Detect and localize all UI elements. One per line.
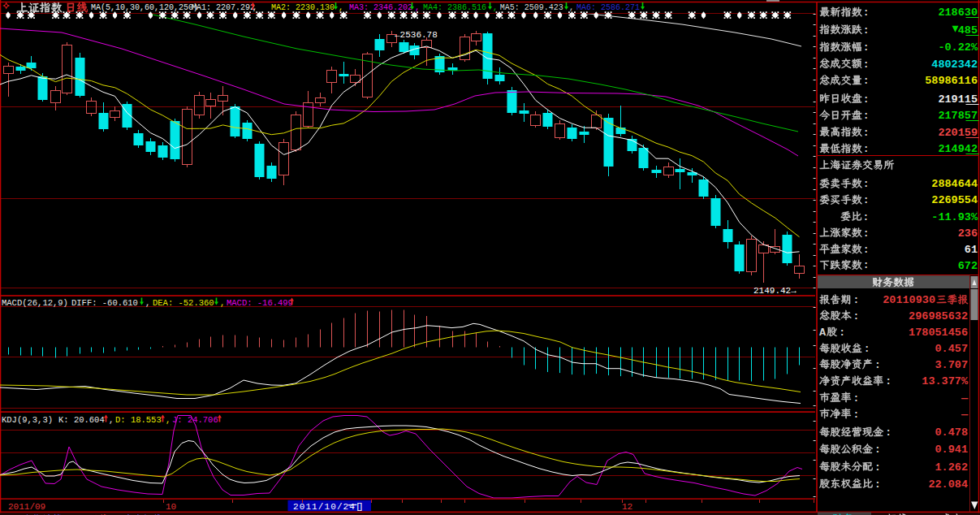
svg-text::: :	[863, 259, 870, 271]
svg-text::: :	[874, 359, 881, 371]
svg-text::: :	[885, 375, 891, 387]
svg-text::: :	[863, 41, 870, 54]
svg-text:K: 20.604: K: 20.604	[58, 415, 105, 425]
svg-text:10: 10	[166, 502, 176, 512]
svg-text::: :	[863, 6, 870, 19]
svg-text:3.707: 3.707	[935, 359, 968, 371]
svg-text:12: 12	[622, 502, 632, 512]
svg-text::: :	[863, 143, 870, 155]
svg-text:,: ,	[109, 415, 114, 425]
svg-text:2884644: 2884644	[931, 178, 978, 190]
svg-text:58986116: 58986116	[925, 75, 978, 87]
svg-text:2011/09: 2011/09	[8, 502, 45, 512]
svg-text:—: —	[961, 409, 969, 421]
svg-text:220159: 220159	[938, 127, 978, 139]
svg-text::: :	[874, 461, 881, 474]
svg-text::: :	[863, 227, 870, 240]
svg-text:MA3: 2346.202: MA3: 2346.202	[349, 3, 412, 12]
svg-text:218630: 218630	[938, 6, 978, 19]
svg-text:2149.42→: 2149.42→	[753, 286, 797, 296]
svg-text:—: —	[961, 392, 969, 405]
svg-text:0.941: 0.941	[935, 444, 968, 456]
svg-text:178051456: 178051456	[909, 327, 968, 339]
svg-text:2269554: 2269554	[931, 194, 978, 206]
svg-text::: :	[853, 409, 860, 421]
svg-text:219115: 219115	[938, 93, 978, 106]
svg-text:A: A	[819, 327, 827, 339]
svg-text:MA1: 2207.292: MA1: 2207.292	[192, 3, 255, 12]
svg-text:236: 236	[958, 227, 978, 240]
svg-text::: :	[863, 194, 870, 206]
svg-text:DIFF: -60.610: DIFF: -60.610	[71, 298, 138, 308]
svg-text:]: ]	[358, 502, 364, 512]
svg-text::: :	[863, 178, 870, 190]
svg-text::: :	[853, 392, 860, 405]
svg-text::: :	[853, 310, 860, 322]
svg-text:MACD(26,12,9): MACD(26,12,9)	[2, 298, 68, 308]
svg-text::: :	[863, 244, 870, 256]
svg-text:MA5: 2509.423: MA5: 2509.423	[500, 3, 563, 12]
svg-text:,: ,	[493, 3, 498, 12]
svg-text:DEA: -52.360: DEA: -52.360	[153, 298, 214, 308]
svg-text:D: 18.553: D: 18.553	[115, 415, 162, 425]
svg-text:217857: 217857	[938, 110, 978, 122]
svg-text::: :	[885, 426, 891, 439]
svg-text:485: 485	[958, 24, 978, 37]
svg-text::: :	[863, 110, 870, 122]
svg-text:KDJ(9,3,3): KDJ(9,3,3)	[2, 415, 53, 425]
svg-text:MA(5,10,30,60,120,250): MA(5,10,30,60,120,250)	[91, 3, 198, 12]
svg-text:MA4: 2386.516: MA4: 2386.516	[423, 3, 486, 12]
svg-text:672: 672	[958, 260, 978, 272]
svg-text:0.457: 0.457	[935, 343, 968, 355]
svg-text:MA2: 2230.130: MA2: 2230.130	[271, 3, 335, 12]
svg-text:1.262: 1.262	[935, 461, 968, 474]
svg-text:,: ,	[339, 3, 343, 12]
svg-text:MACD: -16.499: MACD: -16.499	[227, 298, 293, 308]
svg-text::: :	[874, 444, 881, 456]
svg-text:-0.22%: -0.22%	[938, 41, 978, 54]
svg-text:,: ,	[220, 298, 225, 308]
svg-text::: :	[864, 343, 870, 355]
svg-text:4802342: 4802342	[931, 58, 978, 71]
svg-text:MA6: 2586.271: MA6: 2586.271	[576, 3, 640, 12]
svg-text:-11.93%: -11.93%	[931, 211, 978, 223]
svg-text:2011/10/24[: 2011/10/24[	[293, 502, 362, 512]
svg-text:,: ,	[253, 3, 257, 12]
svg-text::: :	[863, 58, 870, 71]
svg-text:←2536.78: ←2536.78	[395, 30, 438, 40]
svg-text::: :	[862, 211, 869, 223]
svg-text:61: 61	[965, 244, 978, 256]
svg-text::: :	[863, 93, 870, 106]
svg-text::: :	[874, 478, 881, 491]
svg-text:22.084: 22.084	[928, 478, 968, 491]
svg-text::: :	[863, 24, 870, 37]
svg-text:,: ,	[415, 3, 420, 12]
svg-text:,: ,	[166, 415, 171, 425]
svg-text:0.478: 0.478	[935, 426, 968, 439]
svg-text:,: ,	[145, 298, 150, 308]
svg-text:214942: 214942	[938, 143, 978, 155]
svg-text:296985632: 296985632	[909, 310, 968, 322]
svg-text:13.377%: 13.377%	[922, 375, 969, 387]
svg-text::: :	[839, 327, 845, 339]
svg-text:J: 24.706: J: 24.706	[172, 415, 218, 425]
svg-text:20110930: 20110930	[883, 294, 935, 306]
svg-text::: :	[863, 127, 870, 139]
svg-text:,: ,	[569, 3, 574, 12]
svg-text::: :	[853, 294, 860, 306]
svg-text::: :	[863, 75, 870, 87]
